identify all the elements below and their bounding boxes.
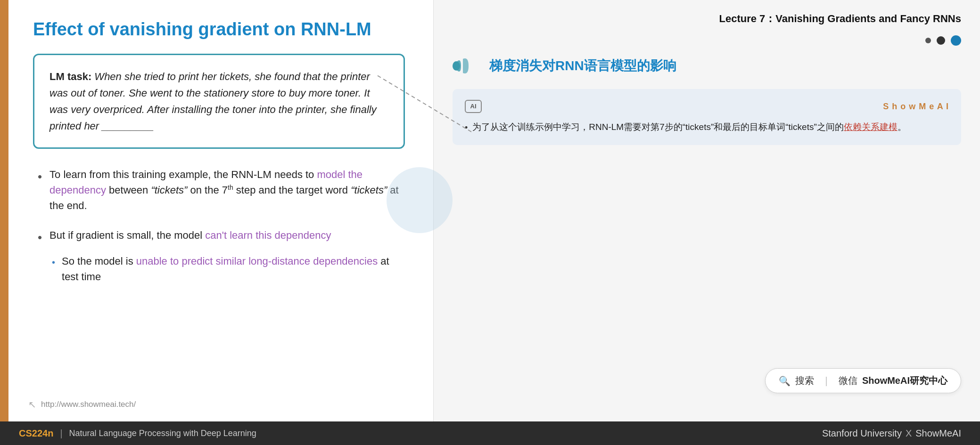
search-divider: ｜ xyxy=(822,374,831,387)
superscript: th xyxy=(228,184,233,191)
sub-bullet-text: So the model is unable to predict simila… xyxy=(62,253,405,284)
bottom-bar: CS224n | Natural Language Processing wit… xyxy=(0,421,980,445)
ai-box-bullet: • xyxy=(465,121,468,135)
lecture-title: Lecture 7：Vanishing Gradients and Fancy … xyxy=(453,12,961,26)
search-text-before: 搜索 xyxy=(795,374,814,387)
search-brand: ShowMeAI研究中心 xyxy=(862,374,947,387)
dot-1 xyxy=(925,38,931,43)
dot-3 xyxy=(951,35,961,46)
ai-box-content: • 为了从这个训练示例中学习，RNN-LM需要对第7步的“tickets”和最后… xyxy=(465,120,949,135)
circle-decoration xyxy=(387,167,453,233)
bottom-left: CS224n | Natural Language Processing wit… xyxy=(19,428,256,439)
showmeai-label: S h o w M e A I xyxy=(883,99,949,114)
sub-bullet: • So the model is unable to predict simi… xyxy=(52,253,405,284)
search-icon: 🔍 xyxy=(779,375,791,387)
lm-task-box: LM task: When she tried to print her tic… xyxy=(33,54,405,149)
bottom-right: Stanford University X ShowMeAI xyxy=(822,428,961,439)
footer-url: http://www.showmeai.tech/ xyxy=(41,400,136,409)
ai-box-text: 为了从这个训练示例中学习，RNN-LM需要对第7步的“tickets”和最后的目… xyxy=(472,120,906,135)
ai-icon: AI xyxy=(465,100,482,113)
sub-bullet-dot: • xyxy=(52,255,55,269)
x-separator: X xyxy=(906,428,912,439)
wave-icon xyxy=(453,54,481,78)
showmeai-bottom-label: ShowMeAI xyxy=(915,428,961,439)
cs224n-label: CS224n xyxy=(19,428,53,439)
bullet-2-purple: can't learn this dependency xyxy=(205,229,331,241)
search-wechat: 微信 xyxy=(839,374,857,387)
search-box[interactable]: 🔍 搜索 ｜ 微信 ShowMeAI研究中心 xyxy=(765,368,961,393)
slide-panel: Effect of vanishing gradient on RNN-LM L… xyxy=(0,0,434,421)
bottom-subtitle: Natural Language Processing with Deep Le… xyxy=(69,429,256,438)
cursor-icon: ↖ xyxy=(28,399,36,410)
slide-left-bar xyxy=(0,0,8,421)
slide-footer: ↖ http://www.showmeai.tech/ xyxy=(28,399,136,410)
bullets: • To learn from this training example, t… xyxy=(38,167,405,284)
ai-annotation-box: AI S h o w M e A I • 为了从这个训练示例中学习，RNN-LM… xyxy=(453,89,961,145)
bullet-item-2: • But if gradient is small, the model ca… xyxy=(38,227,405,284)
sub-bullet-purple: unable to predict similar long-distance … xyxy=(136,255,378,267)
bullet-item-1: • To learn from this training example, t… xyxy=(38,167,405,213)
dots-row xyxy=(453,35,961,46)
ai-box-red-text: 依赖关系建模 xyxy=(844,122,898,132)
dot-2 xyxy=(937,36,945,45)
lm-task-label: LM task: xyxy=(49,71,91,82)
chinese-title: 梯度消失对RNN语言模型的影响 xyxy=(489,57,676,75)
bullet-dot-2: • xyxy=(38,228,42,247)
ai-box-header: AI S h o w M e A I xyxy=(465,99,949,114)
slide-title: Effect of vanishing gradient on RNN-LM xyxy=(33,19,405,40)
bullet-2-text: But if gradient is small, the model can'… xyxy=(49,227,331,243)
chinese-title-area: 梯度消失对RNN语言模型的影响 xyxy=(453,54,961,78)
svg-point-0 xyxy=(453,61,460,71)
bullet-dot-1: • xyxy=(38,168,42,186)
lm-task-text: When she tried to print her tickets, she… xyxy=(49,71,377,132)
stanford-label: Stanford University xyxy=(822,428,902,439)
bottom-separator: | xyxy=(60,428,62,439)
bullet-1-text: To learn from this training example, the… xyxy=(49,167,405,213)
right-panel: Lecture 7：Vanishing Gradients and Fancy … xyxy=(434,0,980,421)
